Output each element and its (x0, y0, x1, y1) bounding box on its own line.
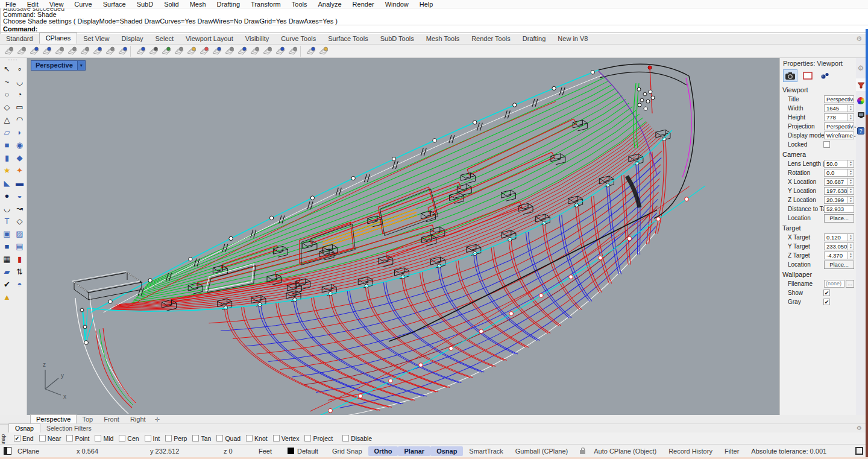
toolbar-tab-subd-tools[interactable]: SubD Tools (374, 34, 420, 44)
cylinder-icon[interactable]: ▮ (1, 151, 13, 164)
spin-down-icon[interactable]: ▼ (849, 256, 852, 259)
block-define-icon[interactable]: ▣ (1, 227, 13, 240)
layer-color-swatch[interactable] (288, 448, 294, 454)
command-input[interactable]: Command: (1, 25, 868, 33)
cplane-to-surface-icon[interactable] (54, 45, 65, 57)
boolean-difference-icon[interactable]: ◒ (13, 189, 26, 202)
trim-icon[interactable]: ◣ (1, 177, 13, 189)
cplane-elevation-icon[interactable] (224, 45, 235, 57)
boolean-union-icon[interactable]: ● (1, 189, 13, 202)
cplane-by-object-icon[interactable] (16, 45, 27, 57)
cplane-rotate-icon[interactable] (79, 45, 90, 57)
spinner-control[interactable]: ▲▼ (848, 169, 854, 177)
polyline-icon[interactable]: △ (1, 113, 13, 126)
place-button[interactable]: Place... (824, 214, 854, 223)
help-tab-icon[interactable]: ? (857, 127, 864, 135)
surface-from-curves-icon[interactable]: ◗ (13, 126, 26, 139)
spin-down-icon[interactable]: ▼ (849, 191, 852, 194)
spinner-control[interactable]: ▲▼ (848, 196, 854, 204)
menu-analyze[interactable]: Analyze (312, 0, 347, 8)
array-curve-icon[interactable]: ▮ (13, 253, 26, 265)
units-button[interactable]: Feet (259, 448, 283, 455)
sheet-tools-icon[interactable]: ▰ (1, 265, 13, 278)
viewport-title[interactable]: Perspective (31, 61, 77, 70)
copy-cplane-icon[interactable] (274, 45, 286, 57)
open-cplane-file-icon[interactable] (186, 45, 197, 57)
value-input[interactable]: 778 (824, 113, 848, 121)
osnap-option-mid[interactable]: Mid (95, 435, 113, 442)
toolbar-gear-icon[interactable]: ⚙ (856, 35, 862, 43)
viewport-properties-tab[interactable] (800, 69, 815, 82)
place-button[interactable]: Place... (824, 261, 854, 269)
spinner-control[interactable]: ▲▼ (848, 104, 854, 112)
toolbar-tab-set-view[interactable]: Set View (77, 34, 115, 44)
osnap-option-disable[interactable]: Disable (342, 435, 372, 442)
fillet-curve-icon[interactable]: ◡ (1, 202, 13, 215)
block-insert-icon[interactable]: ▨ (13, 227, 26, 240)
status-toggle-gumball-cplane-[interactable]: Gumball (CPlane) (509, 446, 574, 456)
checkbox-project[interactable] (304, 435, 311, 442)
toolbar-tab-curve-tools[interactable]: Curve Tools (275, 34, 322, 44)
menu-curve[interactable]: Curve (69, 0, 97, 8)
osnap-option-knot[interactable]: Knot (246, 435, 268, 442)
display-tab-icon[interactable] (857, 97, 864, 104)
toolbar-tab-standard[interactable]: Standard (0, 34, 39, 44)
menu-window[interactable]: Window (380, 0, 414, 8)
move-points-icon[interactable]: ◇ (13, 215, 26, 227)
split-icon[interactable]: ▬ (13, 177, 26, 189)
spin-down-icon[interactable]: ▼ (849, 200, 852, 203)
array-rectangular-icon[interactable]: ▦ (1, 253, 13, 265)
surface-patch-icon[interactable]: ◆ (13, 151, 26, 164)
viewport-tab-perspective[interactable]: Perspective (30, 414, 77, 423)
toolbar-tab-new-in-v8[interactable]: New in V8 (552, 34, 594, 44)
checkbox-disable[interactable] (342, 435, 349, 442)
layer-panel-icon[interactable] (4, 447, 11, 455)
checkbox-end[interactable]: ✔ (14, 435, 20, 442)
object-properties-tab[interactable] (783, 69, 797, 82)
toolbar-tab-drafting[interactable]: Drafting (517, 34, 552, 44)
spin-down-icon[interactable]: ▼ (849, 173, 852, 176)
explode-icon[interactable]: ✦ (13, 164, 26, 177)
pointer-icon[interactable]: ↖ (1, 63, 13, 75)
spinner-control[interactable]: ▲▼ (848, 160, 854, 168)
menu-edit[interactable]: Edit (22, 0, 44, 8)
cplane-flag-icon[interactable] (198, 45, 210, 57)
maximize-viewport-icon[interactable] (855, 447, 863, 455)
curve-through-points-icon[interactable]: ◡ (13, 75, 26, 88)
status-toggle-auto-cplane-object-[interactable]: Auto CPlane (Object) (588, 446, 662, 456)
value-input[interactable]: 50.0 (824, 160, 848, 168)
spinner-control[interactable]: ▲▼ (848, 178, 854, 186)
x-coordinate[interactable]: x 0.564 (77, 448, 144, 455)
cplane-button[interactable]: CPlane (17, 448, 71, 455)
blend-curve-icon[interactable]: ↝ (13, 202, 26, 215)
monitor-tab-icon[interactable] (857, 110, 865, 121)
osnap-option-vertex[interactable]: Vertex (273, 435, 300, 442)
toolbar-tab-select[interactable]: Select (149, 34, 180, 44)
properties-tab-icon[interactable] (856, 78, 866, 91)
toolbar-tab-display[interactable]: Display (115, 34, 149, 44)
menu-solid[interactable]: Solid (159, 0, 184, 8)
box-icon[interactable]: ■ (1, 139, 13, 151)
osnap-option-perp[interactable]: Perp (165, 435, 187, 442)
menu-mesh[interactable]: Mesh (184, 0, 212, 8)
value-input[interactable]: 197.638 (824, 187, 848, 195)
y-coordinate[interactable]: y 232.512 (150, 448, 218, 455)
value-input[interactable]: 20.399 (824, 196, 848, 204)
value-input[interactable]: 1645 (824, 104, 848, 112)
primitives-icon[interactable]: ◓ (13, 278, 26, 291)
spinner-control[interactable]: ▲▼ (848, 113, 854, 121)
spinner-control[interactable]: ▲▼ (848, 252, 854, 259)
cplane-standard-icon[interactable] (3, 45, 14, 57)
new-viewport-tab-icon[interactable]: ✛ (151, 416, 163, 423)
menu-render[interactable]: Render (347, 0, 380, 8)
rectangle-icon[interactable]: ▭ (13, 101, 26, 113)
named-cplanes-icon[interactable] (173, 45, 184, 57)
checkbox-tan[interactable] (192, 435, 199, 442)
spin-down-icon[interactable]: ▼ (849, 247, 852, 250)
spinner-control[interactable]: ▲▼ (848, 233, 854, 241)
status-toggle-ortho[interactable]: Ortho (368, 446, 398, 456)
checkbox-knot[interactable] (246, 435, 253, 442)
toolbar-tab-cplanes[interactable]: CPlanes (39, 33, 78, 44)
sphere-icon[interactable]: ◉ (13, 139, 26, 151)
grid-options-icon[interactable] (160, 45, 172, 57)
